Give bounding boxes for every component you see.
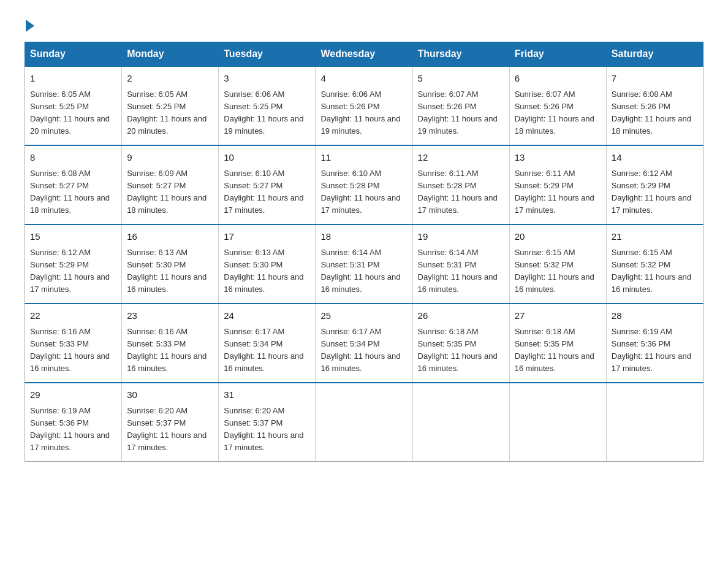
calendar-header-row: SundayMondayTuesdayWednesdayThursdayFrid…	[25, 42, 703, 67]
calendar-cell: 16Sunrise: 6:13 AMSunset: 5:30 PMDayligh…	[122, 224, 219, 304]
day-info: Sunrise: 6:20 AMSunset: 5:37 PMDaylight:…	[127, 406, 207, 452]
calendar-cell: 7Sunrise: 6:08 AMSunset: 5:26 PMDaylight…	[606, 66, 703, 145]
day-number: 20	[515, 230, 601, 244]
calendar-cell: 12Sunrise: 6:11 AMSunset: 5:28 PMDayligh…	[412, 145, 509, 224]
day-number: 2	[127, 72, 213, 86]
column-header-monday: Monday	[122, 42, 219, 67]
day-number: 3	[224, 72, 310, 86]
day-info: Sunrise: 6:18 AMSunset: 5:35 PMDaylight:…	[418, 327, 498, 373]
calendar-cell: 25Sunrise: 6:17 AMSunset: 5:34 PMDayligh…	[316, 304, 412, 383]
calendar-week-row: 8Sunrise: 6:08 AMSunset: 5:27 PMDaylight…	[25, 145, 703, 224]
calendar-cell: 29Sunrise: 6:19 AMSunset: 5:36 PMDayligh…	[25, 383, 122, 462]
column-header-wednesday: Wednesday	[316, 42, 412, 67]
day-info: Sunrise: 6:11 AMSunset: 5:28 PMDaylight:…	[418, 169, 498, 215]
day-number: 24	[224, 309, 310, 323]
day-info: Sunrise: 6:09 AMSunset: 5:27 PMDaylight:…	[127, 169, 207, 215]
day-info: Sunrise: 6:14 AMSunset: 5:31 PMDaylight:…	[418, 248, 498, 294]
page-header	[25, 18, 703, 29]
day-number: 15	[30, 230, 116, 244]
column-header-thursday: Thursday	[412, 42, 509, 67]
day-number: 10	[224, 151, 310, 165]
logo-arrow-icon	[26, 20, 34, 32]
day-info: Sunrise: 6:07 AMSunset: 5:26 PMDaylight:…	[515, 90, 594, 136]
day-number: 7	[612, 72, 698, 86]
day-number: 30	[127, 388, 213, 402]
day-number: 18	[320, 230, 407, 244]
day-info: Sunrise: 6:06 AMSunset: 5:26 PMDaylight:…	[320, 90, 400, 136]
calendar-cell: 23Sunrise: 6:16 AMSunset: 5:33 PMDayligh…	[122, 304, 219, 383]
column-header-tuesday: Tuesday	[219, 42, 316, 67]
day-number: 1	[30, 72, 116, 86]
day-number: 19	[418, 230, 504, 244]
day-info: Sunrise: 6:18 AMSunset: 5:35 PMDaylight:…	[515, 327, 594, 373]
day-number: 22	[30, 309, 116, 323]
calendar-cell: 11Sunrise: 6:10 AMSunset: 5:28 PMDayligh…	[316, 145, 412, 224]
day-info: Sunrise: 6:10 AMSunset: 5:27 PMDaylight:…	[224, 169, 303, 215]
calendar-cell: 30Sunrise: 6:20 AMSunset: 5:37 PMDayligh…	[122, 383, 219, 462]
day-number: 26	[418, 309, 504, 323]
day-number: 16	[127, 230, 213, 244]
day-info: Sunrise: 6:15 AMSunset: 5:32 PMDaylight:…	[612, 248, 691, 294]
calendar-cell: 20Sunrise: 6:15 AMSunset: 5:32 PMDayligh…	[509, 224, 606, 304]
day-info: Sunrise: 6:12 AMSunset: 5:29 PMDaylight:…	[612, 169, 691, 215]
calendar-cell: 4Sunrise: 6:06 AMSunset: 5:26 PMDaylight…	[316, 66, 412, 145]
calendar-cell: 1Sunrise: 6:05 AMSunset: 5:25 PMDaylight…	[25, 66, 122, 145]
day-number: 21	[612, 230, 698, 244]
day-info: Sunrise: 6:16 AMSunset: 5:33 PMDaylight:…	[30, 327, 110, 373]
calendar-cell	[412, 383, 509, 462]
day-info: Sunrise: 6:13 AMSunset: 5:30 PMDaylight:…	[224, 248, 303, 294]
day-number: 9	[127, 151, 213, 165]
day-info: Sunrise: 6:15 AMSunset: 5:32 PMDaylight:…	[515, 248, 594, 294]
day-number: 25	[320, 309, 407, 323]
logo	[25, 18, 34, 29]
day-info: Sunrise: 6:13 AMSunset: 5:30 PMDaylight:…	[127, 248, 207, 294]
calendar-cell: 18Sunrise: 6:14 AMSunset: 5:31 PMDayligh…	[316, 224, 412, 304]
calendar-cell: 27Sunrise: 6:18 AMSunset: 5:35 PMDayligh…	[509, 304, 606, 383]
day-number: 29	[30, 388, 116, 402]
calendar-week-row: 29Sunrise: 6:19 AMSunset: 5:36 PMDayligh…	[25, 383, 703, 462]
day-number: 6	[515, 72, 601, 86]
day-number: 27	[515, 309, 601, 323]
day-info: Sunrise: 6:17 AMSunset: 5:34 PMDaylight:…	[320, 327, 400, 373]
day-info: Sunrise: 6:10 AMSunset: 5:28 PMDaylight:…	[320, 169, 400, 215]
day-info: Sunrise: 6:16 AMSunset: 5:33 PMDaylight:…	[127, 327, 207, 373]
day-number: 11	[320, 151, 407, 165]
day-number: 17	[224, 230, 310, 244]
calendar-cell: 17Sunrise: 6:13 AMSunset: 5:30 PMDayligh…	[219, 224, 316, 304]
day-info: Sunrise: 6:12 AMSunset: 5:29 PMDaylight:…	[30, 248, 110, 294]
day-number: 31	[224, 388, 310, 402]
day-number: 8	[30, 151, 116, 165]
calendar-cell: 10Sunrise: 6:10 AMSunset: 5:27 PMDayligh…	[219, 145, 316, 224]
calendar-cell: 6Sunrise: 6:07 AMSunset: 5:26 PMDaylight…	[509, 66, 606, 145]
day-info: Sunrise: 6:17 AMSunset: 5:34 PMDaylight:…	[224, 327, 303, 373]
calendar-cell	[509, 383, 606, 462]
calendar-cell: 24Sunrise: 6:17 AMSunset: 5:34 PMDayligh…	[219, 304, 316, 383]
day-number: 13	[515, 151, 601, 165]
calendar-table: SundayMondayTuesdayWednesdayThursdayFrid…	[25, 42, 703, 462]
day-info: Sunrise: 6:19 AMSunset: 5:36 PMDaylight:…	[30, 406, 110, 452]
column-header-friday: Friday	[509, 42, 606, 67]
calendar-cell: 15Sunrise: 6:12 AMSunset: 5:29 PMDayligh…	[25, 224, 122, 304]
column-header-saturday: Saturday	[606, 42, 703, 67]
day-number: 12	[418, 151, 504, 165]
day-info: Sunrise: 6:20 AMSunset: 5:37 PMDaylight:…	[224, 406, 303, 452]
calendar-cell: 8Sunrise: 6:08 AMSunset: 5:27 PMDaylight…	[25, 145, 122, 224]
day-info: Sunrise: 6:07 AMSunset: 5:26 PMDaylight:…	[418, 90, 498, 136]
calendar-cell	[316, 383, 412, 462]
calendar-cell: 2Sunrise: 6:05 AMSunset: 5:25 PMDaylight…	[122, 66, 219, 145]
day-info: Sunrise: 6:08 AMSunset: 5:27 PMDaylight:…	[30, 169, 110, 215]
calendar-cell: 22Sunrise: 6:16 AMSunset: 5:33 PMDayligh…	[25, 304, 122, 383]
calendar-cell: 19Sunrise: 6:14 AMSunset: 5:31 PMDayligh…	[412, 224, 509, 304]
calendar-cell	[606, 383, 703, 462]
day-info: Sunrise: 6:19 AMSunset: 5:36 PMDaylight:…	[612, 327, 691, 373]
day-info: Sunrise: 6:06 AMSunset: 5:25 PMDaylight:…	[224, 90, 303, 136]
day-number: 5	[418, 72, 504, 86]
calendar-cell: 21Sunrise: 6:15 AMSunset: 5:32 PMDayligh…	[606, 224, 703, 304]
calendar-week-row: 22Sunrise: 6:16 AMSunset: 5:33 PMDayligh…	[25, 304, 703, 383]
column-header-sunday: Sunday	[25, 42, 122, 67]
calendar-cell: 13Sunrise: 6:11 AMSunset: 5:29 PMDayligh…	[509, 145, 606, 224]
calendar-cell: 31Sunrise: 6:20 AMSunset: 5:37 PMDayligh…	[219, 383, 316, 462]
day-number: 28	[612, 309, 698, 323]
day-info: Sunrise: 6:14 AMSunset: 5:31 PMDaylight:…	[320, 248, 400, 294]
calendar-cell: 3Sunrise: 6:06 AMSunset: 5:25 PMDaylight…	[219, 66, 316, 145]
